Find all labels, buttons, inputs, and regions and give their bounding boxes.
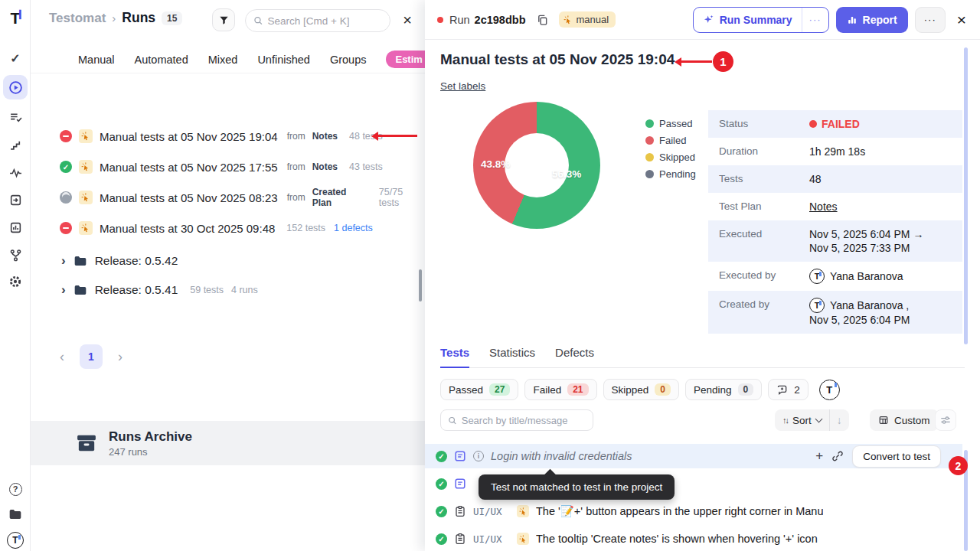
analytics-icon[interactable] <box>0 220 31 234</box>
folder-icon[interactable] <box>0 507 31 521</box>
assignee-avatar[interactable]: T <box>819 380 840 400</box>
run-title[interactable]: Manual tests at 05 Nov 2025 17:55 <box>100 161 278 174</box>
tasks-icon[interactable]: ✓ <box>0 51 31 66</box>
run-defects-link[interactable]: 1 defects <box>334 223 373 233</box>
tests-search-input[interactable] <box>462 415 586 426</box>
run-title[interactable]: Manual tests at 05 Nov 2025 08:23 <box>100 191 278 204</box>
legend-item-passed[interactable]: Passed <box>645 115 696 132</box>
run-summary-more-button[interactable]: ··· <box>802 8 828 32</box>
tab-automated[interactable]: Automated <box>135 54 188 66</box>
suite-label[interactable]: UI/UX <box>473 533 510 545</box>
tab-unfinished[interactable]: Unfinished <box>257 54 310 66</box>
run-row-1[interactable]: Manual tests at 05 Nov 2025 19:04 from N… <box>31 126 425 147</box>
tab-mixed[interactable]: Mixed <box>208 54 238 66</box>
sort-button[interactable]: ↑↓ Sort <box>775 409 830 431</box>
tab-groups[interactable]: Groups <box>330 54 367 66</box>
breadcrumb: Testomat › Runs 15 <box>49 10 182 26</box>
release-title[interactable]: Release: 0.5.41 <box>95 283 178 297</box>
run-from-label: from <box>287 131 305 142</box>
estimate-badge[interactable]: Estim <box>386 51 425 68</box>
run-summary-button[interactable]: Run Summary <box>694 8 802 32</box>
legend-item-skipped[interactable]: Skipped <box>645 148 696 165</box>
run-play-icon <box>3 75 28 99</box>
legend-item-failed[interactable]: Failed <box>645 132 696 148</box>
run-from-label: from <box>287 192 305 203</box>
list-check-icon[interactable] <box>0 110 31 124</box>
pulse-icon[interactable] <box>0 165 31 179</box>
chevron-down-icon <box>815 416 822 423</box>
test-row-4[interactable]: ✓ UI/UX The tooltip 'Create notes' is sh… <box>425 527 962 551</box>
tests-search[interactable] <box>440 409 593 431</box>
test-plan-link[interactable]: Notes <box>809 200 838 214</box>
run-tests-count: 43 tests <box>349 161 383 172</box>
chip-pending[interactable]: Pending0 <box>685 379 762 400</box>
add-icon[interactable]: + <box>815 448 823 464</box>
test-title[interactable]: Login with invalid credentials <box>491 450 632 462</box>
help-icon[interactable]: ? <box>0 482 31 496</box>
chevron-right-icon[interactable]: › <box>61 253 66 269</box>
close-detail-button[interactable]: × <box>957 11 966 29</box>
chip-passed[interactable]: Passed27 <box>440 379 518 400</box>
breadcrumb-project[interactable]: Testomat <box>49 11 106 26</box>
manual-cursor-icon <box>564 15 573 24</box>
chevron-right-icon[interactable]: › <box>61 282 66 298</box>
tab-defects[interactable]: Defects <box>555 346 594 367</box>
release-row-2[interactable]: › Release: 0.5.41 59 tests 4 runs <box>31 279 425 302</box>
page-next-button[interactable]: › <box>118 349 122 365</box>
gear-icon[interactable] <box>0 274 31 289</box>
test-row-3[interactable]: ✓ UI/UX The '📝+' button appears in the u… <box>425 499 962 523</box>
legend-item-pending[interactable]: Pending <box>645 165 696 182</box>
test-row-1[interactable]: ✓ i Login with invalid credentials + Con… <box>425 444 962 468</box>
tab-statistics[interactable]: Statistics <box>489 346 535 367</box>
run-source[interactable]: Created Plan <box>312 187 368 208</box>
release-title[interactable]: Release: 0.5.42 <box>95 254 178 268</box>
more-actions-button[interactable]: ··· <box>915 7 946 33</box>
run-title[interactable]: Manual tests at 30 Oct 2025 09:48 <box>100 222 275 235</box>
page-prev-button[interactable]: ‹ <box>60 349 64 365</box>
chip-failed[interactable]: Failed21 <box>524 379 596 400</box>
convert-to-test-button[interactable]: Convert to test <box>852 445 941 468</box>
runs-search[interactable] <box>245 9 390 32</box>
test-title[interactable]: The tooltip 'Create notes' is shown when… <box>536 533 818 545</box>
branch-icon[interactable] <box>0 248 31 262</box>
link-icon[interactable] <box>831 450 844 462</box>
custom-view-button[interactable]: Custom <box>870 409 939 431</box>
chip-comments[interactable]: 2 <box>768 379 808 400</box>
run-source[interactable]: Notes <box>312 161 338 172</box>
tab-tests[interactable]: Tests <box>440 346 469 368</box>
runs-archive-item[interactable]: Runs Archive 247 runs <box>31 421 425 465</box>
test-title[interactable]: The '📝+' button appears in the upper rig… <box>536 505 823 518</box>
result-filter-chips: Passed27 Failed21 Skipped0 Pending0 2 T <box>440 379 840 400</box>
filter-button[interactable] <box>212 8 235 31</box>
steps-icon[interactable] <box>0 138 31 152</box>
chip-skipped[interactable]: Skipped0 <box>603 379 679 400</box>
runs-filter-tabs: Manual Automated Mixed Unfinished Groups… <box>31 46 425 73</box>
run-title[interactable]: Manual tests at 05 Nov 2025 19:04 <box>100 130 278 143</box>
release-runs-count: 4 runs <box>231 285 258 295</box>
user-avatar[interactable]: T <box>0 531 31 549</box>
run-row-4[interactable]: Manual tests at 30 Oct 2025 09:48 152 te… <box>31 217 425 239</box>
copy-run-id-button[interactable] <box>537 14 548 26</box>
set-labels-link[interactable]: Set labels <box>440 80 485 92</box>
runs-nav-active[interactable] <box>0 75 31 99</box>
note-icon <box>454 478 466 490</box>
app-logo[interactable]: T❙ <box>0 8 31 29</box>
detail-scrollbar-top[interactable] <box>964 47 968 344</box>
run-summary-button-group: Run Summary ··· <box>693 7 829 33</box>
panel-close-button[interactable]: × <box>397 9 418 31</box>
sliders-icon <box>940 415 951 425</box>
view-settings-button[interactable] <box>935 409 956 431</box>
import-icon[interactable] <box>0 193 31 207</box>
tab-manual[interactable]: Manual <box>78 54 115 66</box>
suite-label[interactable]: UI/UX <box>473 506 510 517</box>
page-number-current[interactable]: 1 <box>80 344 103 369</box>
run-row-2[interactable]: ✓ Manual tests at 05 Nov 2025 17:55 from… <box>31 156 425 178</box>
run-source[interactable]: Notes <box>312 131 338 142</box>
left-panel-scrollbar[interactable] <box>419 269 422 302</box>
sort-direction-button[interactable]: ↓ <box>830 414 849 426</box>
run-status-dot <box>437 17 443 23</box>
report-button[interactable]: Report <box>836 7 908 33</box>
run-row-3[interactable]: Manual tests at 05 Nov 2025 08:23 from C… <box>31 187 425 208</box>
release-row-1[interactable]: › Release: 0.5.42 <box>31 249 425 272</box>
runs-search-input[interactable] <box>267 15 382 27</box>
